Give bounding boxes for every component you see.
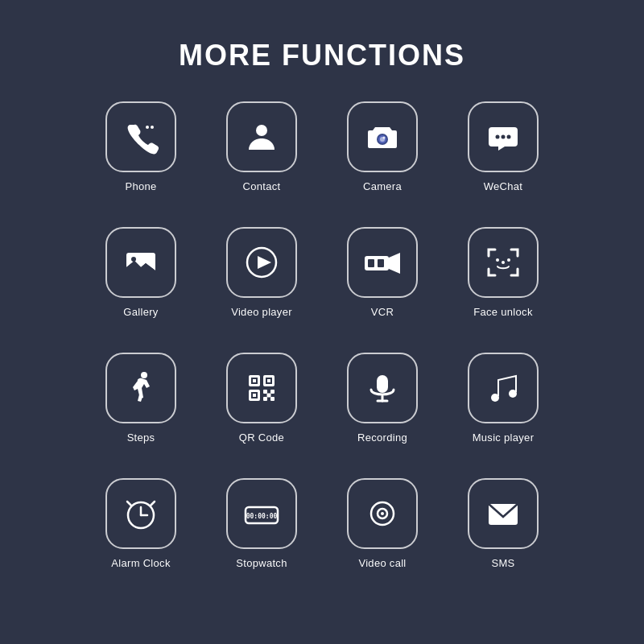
music-player-icon xyxy=(485,370,521,406)
svg-point-12 xyxy=(131,257,136,262)
gallery-label: Gallery xyxy=(123,306,158,318)
music-player-label: Music player xyxy=(473,431,535,444)
vcr-icon xyxy=(363,245,402,280)
svg-rect-17 xyxy=(368,259,374,267)
phone-label: Phone xyxy=(125,180,156,192)
vcr-label: VCR xyxy=(371,306,394,318)
camera-icon xyxy=(365,119,400,155)
svg-rect-29 xyxy=(267,379,270,382)
svg-line-46 xyxy=(127,502,131,506)
qr-code-label: QR Code xyxy=(239,431,284,444)
app-recording[interactable]: Recording xyxy=(330,353,435,465)
svg-rect-36 xyxy=(270,397,275,401)
video-player-label: Video player xyxy=(231,306,292,318)
face-unlock-icon xyxy=(485,245,521,280)
svg-rect-35 xyxy=(263,397,267,401)
svg-rect-32 xyxy=(253,394,256,397)
stopwatch-icon-box: 00:00:00 xyxy=(226,478,297,549)
video-player-icon-box xyxy=(226,227,297,298)
stopwatch-icon: 00:00:00 xyxy=(242,496,282,531)
qr-code-icon xyxy=(244,370,279,406)
gallery-icon-box xyxy=(105,227,176,298)
sms-icon xyxy=(485,496,521,531)
camera-label: Camera xyxy=(363,180,402,192)
app-camera[interactable]: Camera xyxy=(330,101,435,214)
steps-label: Steps xyxy=(127,431,155,444)
camera-icon-box xyxy=(347,101,418,172)
svg-point-42 xyxy=(509,390,517,398)
svg-rect-33 xyxy=(263,390,267,394)
phone-icon-box xyxy=(105,101,176,172)
app-wechat[interactable]: WeChat xyxy=(451,101,555,214)
svg-point-23 xyxy=(141,372,147,378)
svg-point-3 xyxy=(256,125,267,136)
svg-point-20 xyxy=(502,261,505,264)
gallery-icon xyxy=(123,245,159,280)
svg-point-52 xyxy=(381,512,384,515)
svg-point-9 xyxy=(502,135,506,139)
stopwatch-label: Stopwatch xyxy=(236,557,287,569)
steps-icon xyxy=(123,370,159,406)
phone-icon xyxy=(123,119,159,155)
svg-point-10 xyxy=(507,135,511,139)
app-music-player[interactable]: Music player xyxy=(451,353,555,465)
app-contact[interactable]: Contact xyxy=(209,101,314,214)
page-title: MORE FUNCTIONS xyxy=(179,39,465,72)
svg-text:00:00:00: 00:00:00 xyxy=(246,513,278,520)
app-stopwatch[interactable]: 00:00:00 Stopwatch xyxy=(209,478,314,591)
alarm-clock-icon xyxy=(123,496,159,531)
svg-rect-37 xyxy=(267,394,271,398)
app-qr-code[interactable]: QR Code xyxy=(209,353,314,465)
wechat-label: WeChat xyxy=(484,180,523,192)
video-call-label: Video call xyxy=(358,557,406,569)
contact-icon xyxy=(244,119,279,155)
svg-rect-34 xyxy=(270,390,275,394)
recording-label: Recording xyxy=(357,431,407,444)
svg-marker-19 xyxy=(389,253,400,274)
app-alarm-clock[interactable]: Alarm Clock xyxy=(89,478,193,591)
alarm-clock-icon-box xyxy=(105,478,176,549)
app-gallery[interactable]: Gallery xyxy=(89,227,193,340)
svg-rect-38 xyxy=(377,375,388,393)
app-video-call[interactable]: Video call xyxy=(330,478,435,591)
video-player-icon xyxy=(244,245,279,280)
svg-point-22 xyxy=(507,258,510,262)
video-call-icon-box xyxy=(347,478,418,549)
svg-point-21 xyxy=(496,258,499,262)
wechat-icon xyxy=(485,119,521,155)
app-vcr[interactable]: VCR xyxy=(330,227,435,340)
face-unlock-icon-box xyxy=(468,227,539,298)
svg-marker-15 xyxy=(258,256,271,269)
svg-rect-18 xyxy=(378,259,384,267)
steps-icon-box xyxy=(105,353,176,423)
video-call-icon xyxy=(365,496,400,531)
app-steps[interactable]: Steps xyxy=(89,353,193,465)
sms-icon-box xyxy=(468,478,539,549)
svg-rect-26 xyxy=(253,379,256,382)
app-face-unlock[interactable]: Face unlock xyxy=(451,227,555,340)
sms-label: SMS xyxy=(491,557,514,569)
app-sms[interactable]: SMS xyxy=(451,478,555,591)
contact-label: Contact xyxy=(243,180,281,192)
music-player-icon-box xyxy=(468,353,539,423)
app-grid: Phone Contact Camera xyxy=(89,101,555,591)
recording-icon-box xyxy=(347,353,418,423)
qr-code-icon-box xyxy=(226,353,297,423)
app-phone[interactable]: Phone xyxy=(89,101,193,214)
alarm-clock-label: Alarm Clock xyxy=(111,557,170,569)
vcr-icon-box xyxy=(347,227,418,298)
svg-line-47 xyxy=(151,502,155,506)
face-unlock-label: Face unlock xyxy=(473,306,532,318)
app-video-player[interactable]: Video player xyxy=(209,227,314,340)
contact-icon-box xyxy=(226,101,297,172)
wechat-icon-box xyxy=(468,101,539,172)
svg-point-7 xyxy=(383,137,386,139)
svg-point-8 xyxy=(496,135,500,139)
recording-icon xyxy=(365,370,400,406)
svg-point-41 xyxy=(491,394,499,402)
